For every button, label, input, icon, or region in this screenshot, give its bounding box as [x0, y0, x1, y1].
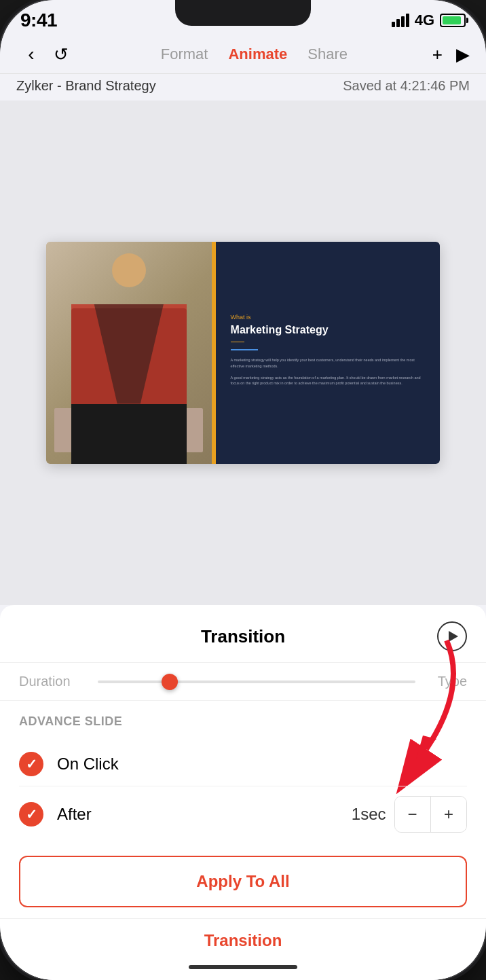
apply-to-all-button[interactable]: Apply To All: [19, 856, 467, 907]
type-label: Type: [426, 674, 467, 689]
transition-play-button[interactable]: [437, 621, 467, 651]
signal-bar-4: [406, 14, 409, 27]
nav-actions: + ▶: [432, 44, 470, 65]
tab-format[interactable]: Format: [161, 46, 208, 63]
slide-person-photo: [46, 242, 212, 463]
slide-right-content: What is Marketing Strategy A marketing s…: [216, 242, 440, 463]
back-button[interactable]: ‹: [16, 43, 46, 65]
after-checkmark: ✓: [26, 806, 37, 822]
status-icons: 4G: [392, 12, 466, 29]
undo-button[interactable]: ↺: [46, 44, 76, 65]
transition-title: Transition: [49, 626, 437, 647]
transition-header: Transition: [0, 605, 486, 663]
person-head: [112, 253, 146, 287]
slide-text-1: A marketing strategy will help you ident…: [231, 357, 425, 369]
advance-slide-label: ADVANCE SLIDE: [19, 714, 467, 729]
duration-row: Duration Type: [0, 663, 486, 701]
signal-bars: [392, 14, 409, 27]
apply-btn-container: Apply To All: [0, 842, 486, 918]
home-bar: [189, 965, 297, 969]
on-click-checkmark: ✓: [26, 756, 37, 772]
play-icon: [449, 631, 458, 642]
battery-indicator: [440, 14, 466, 27]
slide-left-image: [46, 242, 212, 463]
after-time-value: 1sec: [345, 805, 386, 824]
tab-animate[interactable]: Animate: [228, 46, 287, 63]
signal-bar-1: [392, 22, 395, 27]
doc-saved: Saved at 4:21:46 PM: [343, 78, 470, 94]
after-label: After: [57, 805, 332, 824]
bottom-tab[interactable]: Transition: [0, 918, 486, 960]
after-checkbox[interactable]: ✓: [19, 802, 43, 827]
bottom-tab-label: Transition: [204, 931, 282, 949]
duration-label: Duration: [19, 674, 87, 689]
duration-thumb[interactable]: [162, 674, 178, 690]
increment-button[interactable]: +: [431, 797, 466, 832]
network-label: 4G: [415, 12, 434, 29]
doc-title: Zylker - Brand Strategy: [16, 78, 156, 94]
after-controls: 1sec − +: [345, 796, 468, 833]
home-indicator: [0, 960, 486, 980]
add-button[interactable]: +: [432, 44, 443, 65]
slide-heading: Marketing Strategy: [231, 323, 425, 336]
battery-fill: [443, 16, 461, 24]
duration-slider[interactable]: [98, 680, 415, 683]
slide-text-2: A good marketing strategy acts as the fo…: [231, 375, 425, 387]
on-click-option[interactable]: ✓ On Click: [19, 742, 467, 786]
phone-screen: 9:41 4G ‹ ↺: [0, 0, 486, 980]
nav-tabs: Format Animate Share: [76, 46, 432, 63]
signal-bar-2: [396, 19, 400, 27]
on-click-checkbox[interactable]: ✓: [19, 752, 43, 776]
doc-info: Zylker - Brand Strategy Saved at 4:21:46…: [0, 74, 486, 101]
slide-area[interactable]: What is Marketing Strategy A marketing s…: [0, 101, 486, 605]
decrement-button[interactable]: −: [395, 797, 430, 832]
signal-bar-3: [401, 16, 405, 27]
slide-preview: What is Marketing Strategy A marketing s…: [46, 242, 440, 463]
slide-what-is: What is: [231, 314, 425, 321]
notch: [175, 0, 311, 26]
after-option[interactable]: ✓ After 1sec − +: [19, 786, 467, 842]
slide-underline: [231, 349, 258, 350]
nav-bar: ‹ ↺ Format Animate Share + ▶: [0, 37, 486, 74]
play-button[interactable]: ▶: [456, 44, 470, 65]
slide-dash: [231, 342, 244, 342]
phone-frame: 9:41 4G ‹ ↺: [0, 0, 486, 980]
bottom-panel: Transition Duration Type ADVANCE SLIDE: [0, 605, 486, 980]
time-stepper: − +: [394, 796, 468, 833]
on-click-label: On Click: [57, 755, 467, 774]
status-time: 9:41: [20, 10, 57, 31]
advance-section: ADVANCE SLIDE ✓ On Click: [0, 701, 486, 842]
tab-share[interactable]: Share: [307, 46, 348, 63]
